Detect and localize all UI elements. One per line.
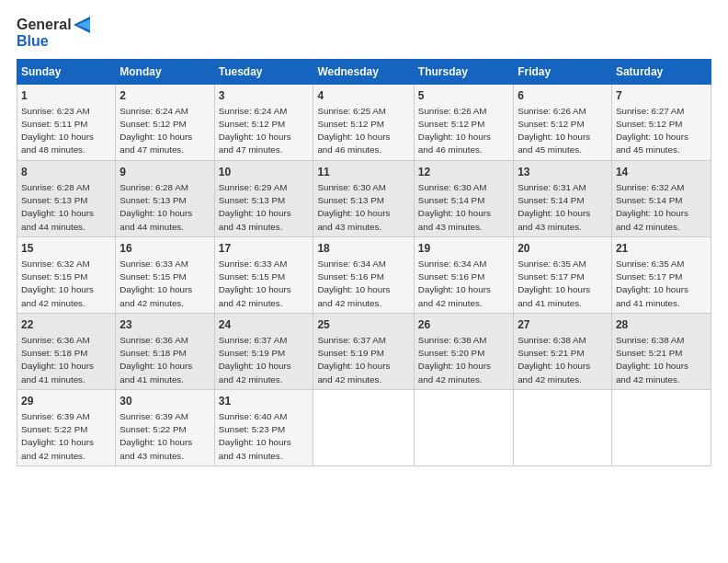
day-info: Sunrise: 6:39 AM Sunset: 5:22 PM Dayligh… bbox=[119, 411, 192, 461]
day-number: 13 bbox=[518, 165, 608, 179]
calendar-cell: 9Sunrise: 6:28 AM Sunset: 5:13 PM Daylig… bbox=[116, 160, 214, 236]
day-info: Sunrise: 6:24 AM Sunset: 5:12 PM Dayligh… bbox=[219, 106, 291, 155]
calendar-cell: 23Sunrise: 6:36 AM Sunset: 5:18 PM Dayli… bbox=[116, 313, 214, 389]
page-container: General Blue SundayMondayTuesdayWednesda… bbox=[0, 0, 728, 476]
day-info: Sunrise: 6:38 AM Sunset: 5:21 PM Dayligh… bbox=[616, 335, 688, 385]
day-info: Sunrise: 6:38 AM Sunset: 5:20 PM Dayligh… bbox=[418, 335, 491, 385]
day-number: 5 bbox=[418, 88, 509, 103]
calendar-cell: 2Sunrise: 6:24 AM Sunset: 5:12 PM Daylig… bbox=[116, 84, 214, 160]
day-number: 9 bbox=[119, 165, 210, 179]
day-number: 23 bbox=[119, 317, 210, 332]
day-info: Sunrise: 6:39 AM Sunset: 5:22 PM Dayligh… bbox=[21, 411, 94, 461]
logo: General Blue bbox=[17, 17, 94, 50]
calendar-cell: 21Sunrise: 6:35 AM Sunset: 5:17 PM Dayli… bbox=[611, 236, 711, 313]
calendar-cell: 20Sunrise: 6:35 AM Sunset: 5:17 PM Dayli… bbox=[514, 236, 612, 313]
calendar-cell: 10Sunrise: 6:29 AM Sunset: 5:13 PM Dayli… bbox=[214, 160, 313, 236]
header: General Blue bbox=[17, 17, 711, 50]
calendar-header-wednesday: Wednesday bbox=[313, 59, 414, 84]
day-number: 15 bbox=[21, 241, 111, 256]
day-number: 18 bbox=[317, 241, 409, 256]
calendar-table: SundayMondayTuesdayWednesdayThursdayFrid… bbox=[17, 59, 711, 466]
calendar-cell: 27Sunrise: 6:38 AM Sunset: 5:21 PM Dayli… bbox=[514, 313, 612, 389]
day-info: Sunrise: 6:36 AM Sunset: 5:18 PM Dayligh… bbox=[21, 335, 94, 385]
day-number: 28 bbox=[616, 317, 707, 332]
calendar-header-friday: Friday bbox=[514, 59, 612, 84]
calendar-week-row: 29Sunrise: 6:39 AM Sunset: 5:22 PM Dayli… bbox=[17, 389, 711, 465]
calendar-week-row: 22Sunrise: 6:36 AM Sunset: 5:18 PM Dayli… bbox=[17, 313, 711, 389]
day-info: Sunrise: 6:37 AM Sunset: 5:19 PM Dayligh… bbox=[317, 335, 390, 385]
calendar-header-saturday: Saturday bbox=[611, 59, 711, 84]
day-info: Sunrise: 6:30 AM Sunset: 5:13 PM Dayligh… bbox=[317, 182, 390, 232]
day-info: Sunrise: 6:26 AM Sunset: 5:12 PM Dayligh… bbox=[418, 106, 491, 155]
calendar-cell: 25Sunrise: 6:37 AM Sunset: 5:19 PM Dayli… bbox=[313, 313, 414, 389]
day-number: 11 bbox=[317, 165, 409, 179]
day-number: 26 bbox=[418, 317, 509, 332]
day-number: 31 bbox=[219, 394, 310, 408]
calendar-cell: 6Sunrise: 6:26 AM Sunset: 5:12 PM Daylig… bbox=[514, 84, 612, 160]
calendar-cell: 4Sunrise: 6:25 AM Sunset: 5:12 PM Daylig… bbox=[313, 84, 414, 160]
day-number: 8 bbox=[21, 165, 111, 179]
calendar-cell: 30Sunrise: 6:39 AM Sunset: 5:22 PM Dayli… bbox=[116, 389, 214, 465]
calendar-cell: 26Sunrise: 6:38 AM Sunset: 5:20 PM Dayli… bbox=[414, 313, 513, 389]
calendar-cell: 16Sunrise: 6:33 AM Sunset: 5:15 PM Dayli… bbox=[116, 236, 214, 313]
calendar-cell: 24Sunrise: 6:37 AM Sunset: 5:19 PM Dayli… bbox=[214, 313, 313, 389]
day-number: 19 bbox=[418, 241, 509, 256]
calendar-cell bbox=[414, 389, 513, 465]
day-info: Sunrise: 6:27 AM Sunset: 5:12 PM Dayligh… bbox=[616, 106, 688, 155]
calendar-cell bbox=[514, 389, 612, 465]
calendar-header-tuesday: Tuesday bbox=[214, 59, 313, 84]
day-info: Sunrise: 6:40 AM Sunset: 5:23 PM Dayligh… bbox=[219, 411, 291, 461]
day-number: 10 bbox=[219, 165, 310, 179]
day-number: 3 bbox=[219, 88, 310, 103]
calendar-week-row: 8Sunrise: 6:28 AM Sunset: 5:13 PM Daylig… bbox=[17, 160, 711, 236]
day-number: 17 bbox=[219, 241, 310, 256]
day-number: 21 bbox=[616, 241, 707, 256]
calendar-cell: 5Sunrise: 6:26 AM Sunset: 5:12 PM Daylig… bbox=[414, 84, 513, 160]
day-number: 12 bbox=[418, 165, 509, 179]
day-info: Sunrise: 6:28 AM Sunset: 5:13 PM Dayligh… bbox=[21, 182, 94, 232]
calendar-cell: 13Sunrise: 6:31 AM Sunset: 5:14 PM Dayli… bbox=[514, 160, 612, 236]
day-info: Sunrise: 6:32 AM Sunset: 5:14 PM Dayligh… bbox=[616, 182, 688, 232]
calendar-cell bbox=[611, 389, 711, 465]
day-info: Sunrise: 6:34 AM Sunset: 5:16 PM Dayligh… bbox=[418, 259, 491, 308]
calendar-cell: 18Sunrise: 6:34 AM Sunset: 5:16 PM Dayli… bbox=[313, 236, 414, 313]
day-number: 20 bbox=[518, 241, 608, 256]
day-number: 24 bbox=[219, 317, 310, 332]
day-info: Sunrise: 6:29 AM Sunset: 5:13 PM Dayligh… bbox=[219, 182, 291, 232]
day-info: Sunrise: 6:35 AM Sunset: 5:17 PM Dayligh… bbox=[616, 259, 688, 308]
day-number: 22 bbox=[21, 317, 111, 332]
calendar-cell: 15Sunrise: 6:32 AM Sunset: 5:15 PM Dayli… bbox=[17, 236, 116, 313]
day-number: 7 bbox=[616, 88, 707, 103]
day-info: Sunrise: 6:33 AM Sunset: 5:15 PM Dayligh… bbox=[119, 259, 192, 308]
day-number: 4 bbox=[317, 88, 409, 103]
calendar-week-row: 1Sunrise: 6:23 AM Sunset: 5:11 PM Daylig… bbox=[17, 84, 711, 160]
day-info: Sunrise: 6:24 AM Sunset: 5:12 PM Dayligh… bbox=[119, 106, 192, 155]
day-number: 25 bbox=[317, 317, 409, 332]
day-info: Sunrise: 6:38 AM Sunset: 5:21 PM Dayligh… bbox=[518, 335, 590, 385]
day-info: Sunrise: 6:23 AM Sunset: 5:11 PM Dayligh… bbox=[21, 106, 94, 155]
day-number: 2 bbox=[119, 88, 210, 103]
logo-blue: Blue bbox=[17, 33, 49, 50]
calendar-cell: 19Sunrise: 6:34 AM Sunset: 5:16 PM Dayli… bbox=[414, 236, 513, 313]
day-info: Sunrise: 6:26 AM Sunset: 5:12 PM Dayligh… bbox=[518, 106, 590, 155]
day-info: Sunrise: 6:28 AM Sunset: 5:13 PM Dayligh… bbox=[119, 182, 192, 232]
calendar-cell: 22Sunrise: 6:36 AM Sunset: 5:18 PM Dayli… bbox=[17, 313, 116, 389]
day-number: 29 bbox=[21, 394, 111, 408]
calendar-cell: 29Sunrise: 6:39 AM Sunset: 5:22 PM Dayli… bbox=[17, 389, 116, 465]
day-info: Sunrise: 6:36 AM Sunset: 5:18 PM Dayligh… bbox=[119, 335, 192, 385]
calendar-header-thursday: Thursday bbox=[414, 59, 513, 84]
day-info: Sunrise: 6:33 AM Sunset: 5:15 PM Dayligh… bbox=[219, 259, 291, 308]
calendar-cell: 1Sunrise: 6:23 AM Sunset: 5:11 PM Daylig… bbox=[17, 84, 116, 160]
day-info: Sunrise: 6:37 AM Sunset: 5:19 PM Dayligh… bbox=[219, 335, 291, 385]
day-number: 27 bbox=[518, 317, 608, 332]
calendar-header-sunday: Sunday bbox=[17, 59, 116, 84]
calendar-cell: 7Sunrise: 6:27 AM Sunset: 5:12 PM Daylig… bbox=[611, 84, 711, 160]
day-info: Sunrise: 6:31 AM Sunset: 5:14 PM Dayligh… bbox=[518, 182, 590, 232]
logo-bird-icon bbox=[74, 17, 94, 33]
day-number: 6 bbox=[518, 88, 608, 103]
calendar-cell bbox=[313, 389, 414, 465]
day-number: 16 bbox=[119, 241, 210, 256]
day-number: 1 bbox=[21, 88, 111, 103]
calendar-cell: 12Sunrise: 6:30 AM Sunset: 5:14 PM Dayli… bbox=[414, 160, 513, 236]
calendar-cell: 31Sunrise: 6:40 AM Sunset: 5:23 PM Dayli… bbox=[214, 389, 313, 465]
